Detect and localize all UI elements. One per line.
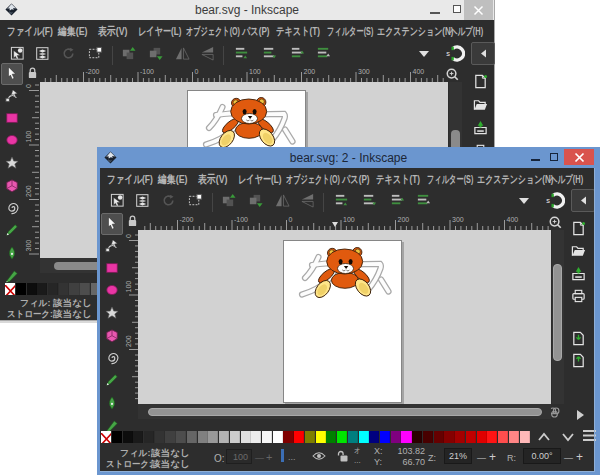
svg-text:400: 400 <box>507 216 519 223</box>
svg-text:-100: -100 <box>140 68 154 75</box>
svg-text:0: 0 <box>25 84 32 88</box>
svg-text:100: 100 <box>25 131 32 143</box>
svg-text:-200: -200 <box>86 68 100 75</box>
svg-text:0: 0 <box>125 234 132 238</box>
svg-text:200: 200 <box>125 335 132 347</box>
svg-text:-100: -100 <box>234 216 248 223</box>
svg-text:0: 0 <box>289 216 293 223</box>
svg-text:200: 200 <box>304 68 316 75</box>
svg-text:100: 100 <box>249 68 261 75</box>
svg-text:-200: -200 <box>180 216 194 223</box>
svg-text:0: 0 <box>195 68 199 75</box>
svg-text:400: 400 <box>413 68 425 75</box>
svg-text:300: 300 <box>25 240 32 252</box>
svg-text:200: 200 <box>398 216 410 223</box>
svg-text:100: 100 <box>125 281 132 293</box>
svg-text:200: 200 <box>25 185 32 197</box>
svg-text:100: 100 <box>343 216 355 223</box>
svg-text:300: 300 <box>452 216 464 223</box>
svg-text:300: 300 <box>358 68 370 75</box>
